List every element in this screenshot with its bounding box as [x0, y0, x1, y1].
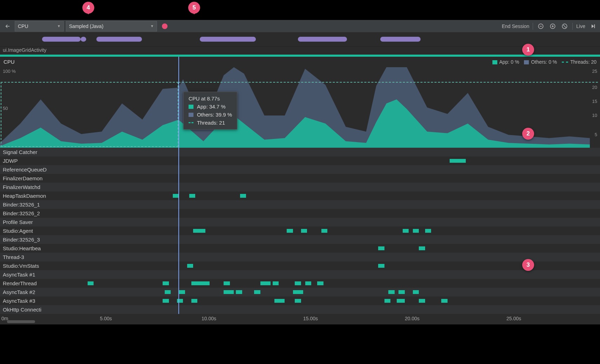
thread-row[interactable]: RenderThread — [0, 279, 600, 288]
thread-activity — [413, 290, 419, 294]
thread-activity — [301, 229, 307, 233]
go-live-icon[interactable] — [589, 22, 597, 30]
profiler-select[interactable]: CPU ▼ — [15, 21, 64, 31]
legend-others: Others: 0 % — [531, 59, 557, 65]
thread-activity — [191, 281, 204, 285]
reset-zoom-button[interactable] — [560, 22, 569, 30]
time-tick: 15.00s — [303, 316, 318, 321]
thread-label: Studio:Agent — [3, 228, 33, 234]
thread-row[interactable]: HeapTaskDaemon — [0, 191, 600, 200]
thread-activity — [287, 229, 293, 233]
thread-row[interactable]: Thread-3 — [0, 253, 600, 261]
events-timeline[interactable] — [0, 33, 600, 47]
divider — [533, 23, 533, 30]
end-session-button[interactable]: End Session — [502, 23, 530, 29]
thread-row[interactable]: Binder:32526_1 — [0, 200, 600, 209]
thread-row[interactable]: Profile Saver — [0, 218, 600, 226]
thread-label: Binder:32526_2 — [3, 210, 40, 216]
cpu-tooltip: CPU at 8.77s App: 34.7 % Others: 39.9 % … — [183, 92, 237, 130]
thread-activity — [203, 281, 209, 285]
trace-config-label: Sampled (Java) — [69, 23, 103, 29]
time-marker[interactable] — [178, 57, 179, 314]
timeline-scrollbar[interactable] — [7, 320, 35, 323]
time-tick: 25.00s — [506, 316, 521, 321]
thread-activity — [317, 281, 323, 285]
thread-activity — [88, 281, 94, 285]
user-event — [96, 37, 142, 42]
thread-activity — [305, 281, 311, 285]
thread-row[interactable]: AsyncTask #3 — [0, 296, 600, 305]
thread-activity — [419, 246, 425, 250]
divider — [572, 23, 573, 30]
thread-activity — [388, 290, 394, 294]
thread-activity — [450, 159, 466, 163]
thread-row[interactable]: JDWP — [0, 156, 600, 165]
user-event-dot — [81, 37, 86, 42]
thread-activity — [403, 229, 409, 233]
thread-row[interactable]: Binder:32526_2 — [0, 209, 600, 218]
thread-row[interactable]: Signal Catcher — [0, 148, 600, 156]
thread-activity — [254, 290, 260, 294]
thread-row[interactable]: AsyncTask #1 — [0, 270, 600, 279]
thread-label: OkHttp Connecti — [3, 307, 41, 313]
thread-activity — [295, 281, 301, 285]
thread-label: ReferenceQueueD — [3, 167, 47, 173]
legend-threads: Threads: 20 — [570, 59, 596, 65]
callout-4: 4 — [82, 2, 94, 14]
thread-activity — [397, 299, 405, 303]
thread-activity — [224, 290, 234, 294]
thread-activity — [163, 281, 169, 285]
cpu-chart[interactable]: CPU App: 0 % Others: 0 % Threads: 20 100… — [0, 57, 600, 148]
time-tick: 10.00s — [202, 316, 216, 321]
zoom-out-button[interactable] — [537, 22, 545, 30]
cpu-legend: App: 0 % Others: 0 % Threads: 20 — [492, 59, 596, 65]
thread-label: Profile Saver — [3, 219, 33, 225]
trace-config-select[interactable]: Sampled (Java) ▼ — [66, 21, 157, 31]
thread-label: FinalizerDaemon — [3, 175, 42, 181]
callout-1: 1 — [522, 44, 534, 56]
tooltip-others: Others: 39.9 % — [197, 112, 232, 118]
thread-row[interactable]: AsyncTask #2 — [0, 288, 600, 296]
toolbar: CPU ▼ Sampled (Java) ▼ End Session Live — [0, 20, 600, 33]
user-event — [200, 37, 256, 42]
profiler-select-label: CPU — [18, 23, 28, 29]
thread-row[interactable]: ReferenceQueueD — [0, 165, 600, 174]
thread-row[interactable]: Binder:32526_3 — [0, 235, 600, 244]
cpu-title: CPU — [4, 59, 15, 65]
thread-label: HeapTaskDaemon — [3, 193, 46, 199]
thread-activity — [165, 290, 171, 294]
svg-rect-3 — [594, 24, 595, 28]
time-axis[interactable]: 0m 5.00s 10.00s 15.00s 20.00s 25.00s — [0, 314, 600, 324]
thread-label: AsyncTask #2 — [3, 289, 35, 295]
thread-label: Thread-3 — [3, 254, 24, 260]
thread-activity — [191, 299, 197, 303]
thread-activity — [224, 281, 230, 285]
thread-label: Signal Catcher — [3, 149, 37, 155]
thread-label: Studio:VmStats — [3, 263, 39, 269]
thread-row[interactable]: FinalizerWatchd — [0, 183, 600, 191]
user-event-dot — [305, 37, 311, 42]
user-event — [42, 37, 81, 42]
threads-panel[interactable]: Signal CatcherJDWPReferenceQueueDFinaliz… — [0, 148, 600, 314]
live-button[interactable]: Live — [576, 23, 585, 29]
callout-3: 3 — [522, 259, 534, 271]
thread-activity — [240, 194, 246, 198]
thread-label: Binder:32526_3 — [3, 237, 40, 243]
thread-row[interactable]: Studio:VmStats — [0, 261, 600, 270]
zoom-in-button[interactable] — [548, 22, 557, 30]
thread-row[interactable]: Studio:Heartbea — [0, 244, 600, 253]
thread-label: Studio:Heartbea — [3, 245, 41, 251]
legend-app: App: 0 % — [499, 59, 519, 65]
chevron-down-icon: ▼ — [54, 24, 61, 28]
thread-row[interactable]: Studio:Agent — [0, 226, 600, 235]
record-button[interactable] — [162, 23, 168, 29]
selection-box[interactable] — [1, 82, 178, 147]
back-button[interactable] — [3, 21, 13, 31]
thread-row[interactable]: OkHttp Connecti — [0, 305, 600, 314]
thread-activity — [441, 299, 447, 303]
thread-label: FinalizerWatchd — [3, 184, 40, 190]
thread-row[interactable]: FinalizerDaemon — [0, 174, 600, 183]
thread-activity — [177, 299, 183, 303]
thread-activity — [293, 290, 303, 294]
activity-name: ui.ImageGridActivity — [3, 47, 46, 53]
